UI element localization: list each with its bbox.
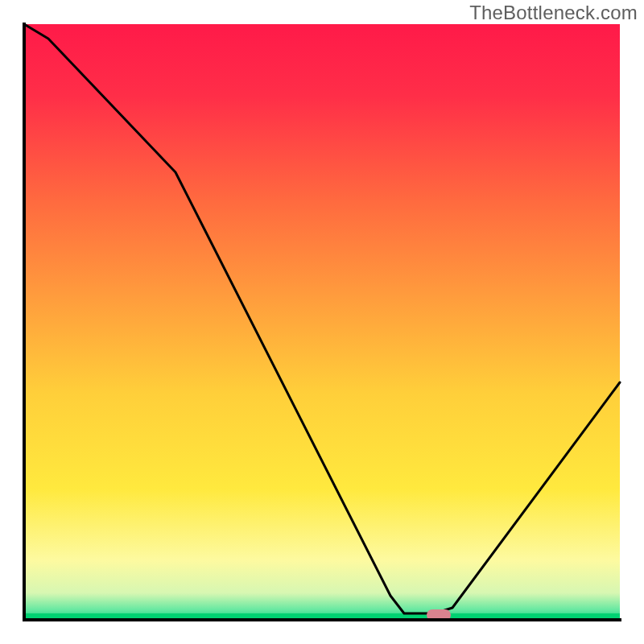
plot-background [24, 24, 620, 620]
chart-container: TheBottleneck.com [0, 0, 644, 644]
watermark-text: TheBottleneck.com [469, 2, 638, 24]
chart-svg [0, 0, 644, 644]
